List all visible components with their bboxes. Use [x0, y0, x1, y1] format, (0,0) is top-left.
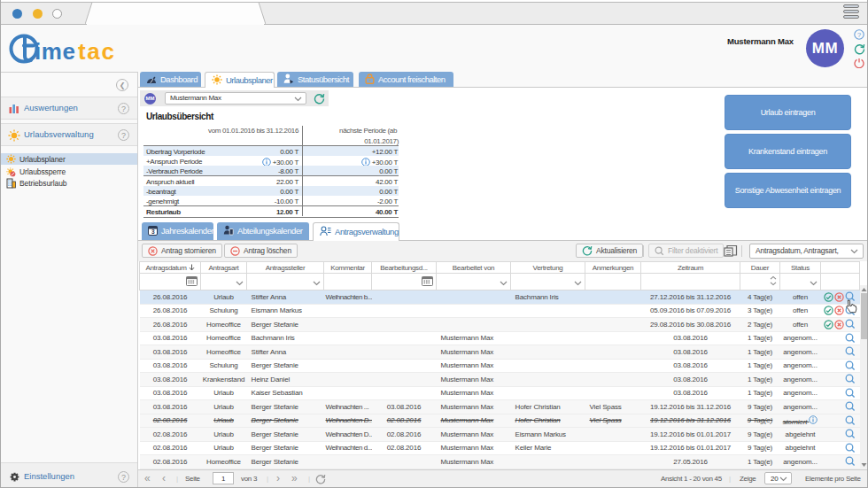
svg-text:tac: tac [78, 38, 114, 65]
svg-text:?: ? [857, 31, 862, 39]
svg-text:ime: ime [35, 38, 75, 65]
